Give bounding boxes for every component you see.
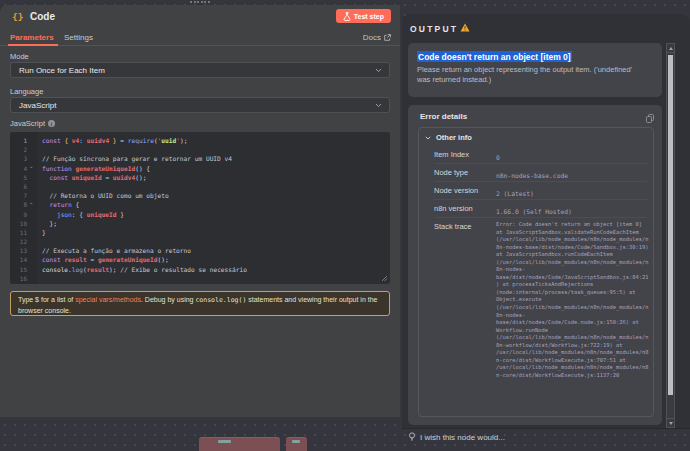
gutter-line: 16 [10, 274, 38, 283]
scroll-up-arrow[interactable] [667, 44, 674, 53]
editor-gutter: 1234⌄5678⌄910111213141516 [10, 132, 38, 284]
stack-trace-text: Error: Code doesn't return an object [it… [496, 221, 647, 379]
code-line[interactable]: }; [42, 219, 390, 228]
special-vars-link[interactable]: special vars/methods [75, 296, 141, 303]
scrollbar-thumb[interactable] [668, 55, 673, 395]
copy-error-button[interactable] [646, 111, 654, 126]
tab-parameters[interactable]: Parameters [10, 33, 54, 42]
node-feedback-bar[interactable]: I wish this node would... [402, 428, 690, 451]
tip-text: . Debug by using [141, 296, 195, 303]
gutter-line: 15 [10, 265, 38, 274]
test-step-button[interactable]: Test step [336, 9, 391, 23]
error-info-row: Node version2 (Latest) [434, 182, 647, 200]
code-line[interactable]: // Função síncrona para gerar e retornar… [42, 154, 390, 163]
mode-value: Run Once for Each Item [19, 66, 105, 75]
code-line[interactable] [42, 145, 390, 154]
error-details-card: Error details Other info Item Index0Node… [408, 105, 662, 425]
canvas-node-button[interactable] [286, 437, 307, 451]
code-line[interactable]: json: { uniqueId } [42, 210, 390, 219]
chevron-down-icon [375, 68, 382, 73]
warning-icon [460, 23, 470, 32]
info-row-label: n8n version [434, 204, 473, 213]
error-title-text: Code doesn't return an object [item 0] [417, 51, 572, 62]
code-line[interactable]: // Executa a função e armazena o retorno [42, 246, 390, 255]
feedback-prompt: I wish this node would... [420, 433, 505, 442]
chevron-down-icon [425, 136, 431, 140]
gutter-line: 8⌄ [10, 200, 38, 209]
mode-label: Mode [10, 52, 29, 61]
tab-settings[interactable]: Settings [64, 33, 93, 42]
language-select[interactable]: JavaScript [10, 97, 390, 113]
parameters-panel: {} Code Test step Parameters Settings Do… [0, 5, 400, 417]
info-row-label: Node version [434, 186, 478, 195]
node-title: Code [30, 11, 55, 22]
info-row-value: 1.66.0 (Self Hosted) [496, 208, 572, 215]
error-info-row: Node typen8n-nodes-base.code [434, 164, 647, 182]
tip-text: Type $ for a list of [18, 296, 75, 303]
code-line[interactable]: const uniqueId = uuidv4(); [42, 173, 390, 182]
gutter-line: 5 [10, 173, 38, 182]
tip-code: console.log() [195, 296, 246, 304]
editor-language-label: JavaScript i [10, 119, 55, 128]
output-panel-title: OUTPUT [410, 24, 458, 34]
gutter-line: 11 [10, 228, 38, 237]
lightbulb-icon [408, 432, 416, 442]
error-details-title: Error details [420, 112, 467, 121]
output-panel: OUTPUT Code doesn't return an object [it… [402, 14, 690, 428]
fold-chevron-icon[interactable]: ⌄ [29, 199, 34, 205]
canvas-node-button[interactable] [199, 437, 280, 451]
gutter-line: 14 [10, 255, 38, 264]
gutter-line: 10 [10, 219, 38, 228]
chevron-down-icon [375, 103, 382, 108]
test-step-label: Test step [354, 13, 384, 20]
code-line[interactable]: const result = generateUniqueId(); [42, 255, 390, 264]
info-row-label: Item Index [434, 150, 469, 159]
mode-select[interactable]: Run Once for Each Item [10, 62, 390, 78]
language-value: JavaScript [19, 101, 56, 110]
code-line[interactable] [42, 274, 390, 283]
error-info-row: n8n version1.66.0 (Self Hosted) [434, 200, 647, 218]
stack-trace-label: Stack trace [434, 222, 472, 231]
other-info-box: Other info Item Index0Node typen8n-nodes… [418, 127, 654, 417]
error-description: Please return an object representing the… [417, 65, 643, 85]
output-scrollbar[interactable] [666, 43, 675, 428]
gutter-line: 2 [10, 145, 38, 154]
gutter-line: 9 [10, 210, 38, 219]
scroll-down-arrow[interactable] [667, 418, 674, 427]
panel-drag-handle-icon[interactable] [190, 1, 210, 3]
code-line[interactable]: console.log(result); // Exibe o resultad… [42, 265, 390, 274]
gutter-line: 3 [10, 154, 38, 163]
external-link-icon [384, 34, 391, 41]
gutter-line: 1 [10, 136, 38, 145]
code-line[interactable]: function generateUniqueId() { [42, 164, 390, 173]
error-info-rows: Item Index0Node typen8n-nodes-base.codeN… [434, 146, 647, 379]
tab-bar: Parameters Settings Docs [0, 29, 400, 46]
editor-resize-handle[interactable] [381, 275, 388, 282]
docs-link[interactable]: Docs [363, 33, 391, 42]
gutter-line: 6 [10, 182, 38, 191]
other-info-toggle[interactable]: Other info [419, 128, 653, 146]
error-info-row: Item Index0 [434, 146, 647, 164]
gutter-line: 4⌄ [10, 164, 38, 173]
code-line[interactable] [42, 237, 390, 246]
code-line[interactable]: return { [42, 200, 390, 209]
fold-chevron-icon[interactable]: ⌄ [29, 163, 34, 169]
code-editor[interactable]: 1234⌄5678⌄910111213141516 const { v4: uu… [10, 132, 390, 284]
clipboard-icon [646, 114, 654, 123]
gutter-line: 13 [10, 246, 38, 255]
code-line[interactable] [42, 182, 390, 191]
editor-code[interactable]: const { v4: uuidv4 } = require('uuid'); … [38, 132, 390, 284]
docs-label: Docs [363, 33, 381, 42]
code-line[interactable]: // Retorna o UUID como um objeto [42, 191, 390, 200]
code-line[interactable]: } [42, 228, 390, 237]
code-node-icon: {} [12, 11, 23, 22]
flask-icon [343, 12, 351, 21]
active-tab-underline [8, 44, 58, 46]
code-line[interactable]: const { v4: uuidv4 } = require('uuid'); [42, 136, 390, 145]
info-row-label: Node type [434, 168, 468, 177]
error-title: Code doesn't return an object [item 0] [417, 51, 653, 62]
n8n-node-details-view: {} Code Test step Parameters Settings Do… [0, 0, 690, 451]
info-icon[interactable]: i [48, 120, 55, 127]
gutter-line: 7 [10, 191, 38, 200]
editor-tip: Type $ for a list of special vars/method… [10, 291, 390, 316]
